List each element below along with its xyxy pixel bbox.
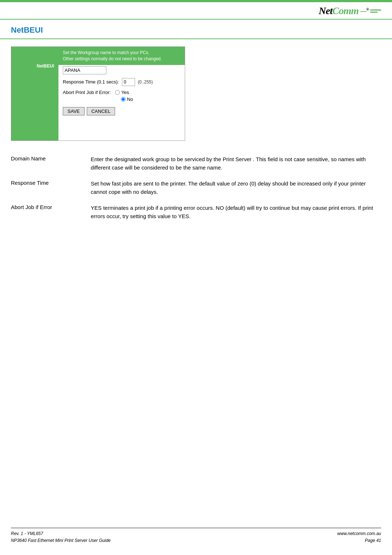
abort-yes-label: Yes	[121, 90, 129, 95]
desc-definition: Set how fast jobs are sent to the printe…	[91, 180, 381, 204]
footer-product: NP3640 Fast Ethernet Mini Print Server U…	[11, 537, 111, 544]
form-content: Set the Workgroup name to match your PCs…	[58, 47, 185, 140]
cancel-button[interactable]: CANCEL	[87, 107, 115, 115]
response-time-input[interactable]	[122, 78, 135, 86]
response-time-row: Response Time (0.1 secs): (0..255)	[63, 78, 180, 86]
description-row: Response TimeSet how fast jobs are sent …	[11, 180, 381, 204]
response-time-label: Response Time (0.1 secs):	[63, 79, 119, 85]
logo-text: NetComm ─®	[319, 5, 369, 17]
abort-yes-radio[interactable]	[115, 90, 120, 95]
form-box: NetBEUI Set the Workgroup name to match …	[11, 46, 185, 141]
footer-right: www.netcomm.com.au Page 41	[337, 530, 381, 544]
form-panel: NetBEUI Set the Workgroup name to match …	[11, 46, 185, 141]
green-sidebar: NetBEUI	[11, 47, 58, 140]
desc-definition: Enter the designated work group to be se…	[91, 155, 381, 180]
domain-name-input[interactable]	[63, 66, 106, 74]
logo-decoration	[370, 9, 381, 13]
logo-dash: ─	[359, 7, 366, 16]
button-row: SAVE CANCEL	[63, 107, 180, 115]
abort-no-radio[interactable]	[121, 97, 126, 102]
page-title-section: NetBEUI	[0, 20, 392, 39]
footer-website: www.netcomm.com.au	[337, 530, 381, 537]
abort-no-label: No	[127, 97, 133, 102]
form-fields: Response Time (0.1 secs): (0..255) Abort…	[58, 65, 185, 120]
description-table: Domain NameEnter the designated work gro…	[11, 155, 381, 228]
logo-line-1	[370, 9, 381, 11]
save-button[interactable]: SAVE	[63, 107, 85, 115]
abort-print-group: Abort Print Job if Error: Yes No	[63, 90, 180, 102]
form-header: Set the Workgroup name to match your PCs…	[58, 47, 185, 65]
header: NetComm ─®	[0, 2, 392, 20]
logo-net: Net	[319, 5, 332, 16]
logo-line-2	[370, 12, 377, 13]
abort-label-row: Abort Print Job if Error: Yes	[63, 90, 180, 95]
page-title: NetBEUI	[11, 25, 43, 34]
domain-name-row	[63, 66, 180, 74]
description-row: Abort Job if ErrorYES terminates a print…	[11, 204, 381, 228]
footer-left: Rev. 1 - YML657 NP3640 Fast Ethernet Min…	[11, 530, 111, 544]
abort-yes-option[interactable]: Yes	[115, 90, 129, 95]
main-content: NetBEUI Set the Workgroup name to match …	[0, 39, 392, 148]
abort-label: Abort Print Job if Error:	[63, 90, 111, 95]
description-row: Domain NameEnter the designated work gro…	[11, 155, 381, 180]
abort-no-option[interactable]: No	[121, 97, 180, 102]
form-header-line2: Other settings normally do not need to b…	[63, 56, 180, 62]
form-header-line1: Set the Workgroup name to match your PCs…	[63, 50, 180, 56]
description-section: Domain NameEnter the designated work gro…	[0, 148, 392, 236]
response-time-range: (0..255)	[138, 79, 153, 85]
logo-comm: Comm	[332, 5, 359, 16]
desc-term: Abort Job if Error	[11, 204, 91, 228]
logo-area: NetComm ─®	[319, 5, 381, 17]
sidebar-title: NetBEUI	[35, 63, 56, 69]
footer-page: Page 41	[337, 537, 381, 544]
footer: Rev. 1 - YML657 NP3640 Fast Ethernet Min…	[11, 528, 381, 544]
desc-term: Domain Name	[11, 155, 91, 180]
desc-term: Response Time	[11, 180, 91, 204]
desc-definition: YES terminates a print job if a printing…	[91, 204, 381, 228]
logo-reg: ®	[366, 7, 369, 11]
footer-rev: Rev. 1 - YML657	[11, 530, 111, 537]
